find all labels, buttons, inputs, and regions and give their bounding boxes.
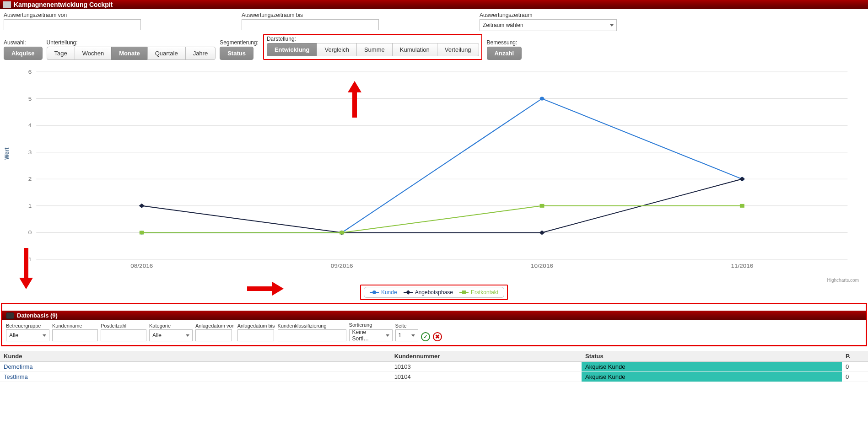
svg-rect-28 (140, 231, 144, 234)
table-header-row: Kunde Kundennummer Status P. (0, 351, 868, 362)
segmentierung-label: Segmentierung: (220, 39, 259, 46)
btn-summe[interactable]: Summe (356, 43, 393, 56)
legend-label: Kunde (381, 289, 397, 296)
legend-marker-icon (404, 290, 413, 295)
svg-text:10/2016: 10/2016 (531, 263, 553, 269)
lbl-anlagedatum-bis: Anlagedatum bis (237, 323, 275, 328)
btn-kumulation[interactable]: Kumulation (392, 43, 437, 56)
lbl-postleitzahl: Postleitzahl (101, 323, 146, 328)
legend-marker-icon (459, 290, 469, 295)
svg-text:11/2016: 11/2016 (731, 263, 753, 269)
header-icon (3, 1, 11, 8)
sel-betreuergruppe[interactable]: Alle (6, 329, 49, 341)
btn-vergleich[interactable]: Vergleich (317, 43, 356, 56)
comment-icon (6, 312, 14, 319)
bemessung-button[interactable]: Anzahl (487, 47, 522, 60)
darstellung-group: Darstellung: Entwicklung Vergleich Summe… (263, 34, 482, 60)
th-kunde[interactable]: Kunde (0, 351, 391, 362)
legend-label: Angebotsphase (415, 289, 453, 296)
bis-label: Auswertungszeitraum bis (242, 12, 379, 18)
filter-zeitraum: Auswertungszeitraum Zeitraum wählen (480, 12, 617, 31)
filter-von: Auswertungszeitraum von (4, 12, 141, 30)
svg-text:08/2016: 08/2016 (130, 263, 153, 269)
btn-tage[interactable]: Tage (47, 47, 75, 60)
data-table: Kunde Kundennummer Status P. Demofirma10… (0, 351, 868, 382)
cell-kunde[interactable]: Testfirma (0, 372, 391, 382)
lbl-sortierung: Sortierung (349, 322, 393, 328)
table-row[interactable]: Testfirma10104Akquise Kunde0 (0, 372, 868, 382)
svg-marker-38 (406, 290, 410, 295)
segmentierung-button[interactable]: Status (220, 47, 253, 60)
svg-rect-29 (340, 231, 344, 234)
lbl-betreuergruppe: Betreuergruppe (6, 323, 49, 328)
auswahl-label: Auswahl: (4, 39, 42, 46)
auswahl-button[interactable]: Akquise (4, 47, 43, 60)
svg-text:3: 3 (28, 150, 32, 155)
sel-seite[interactable]: 1 (395, 329, 418, 341)
svg-rect-31 (740, 204, 744, 208)
line-chart: -1012345608/201609/201610/201611/2016 (14, 67, 859, 278)
sel-sortierung[interactable]: Keine Sorti… (349, 329, 393, 341)
btn-verteilung[interactable]: Verteilung (437, 43, 479, 56)
cell-kunde[interactable]: Demofirma (0, 362, 391, 372)
page-title: Kampagnenentwicklung Cockpit (14, 1, 113, 8)
svg-marker-32 (348, 81, 361, 118)
cell-status: Akquise Kunde (582, 372, 842, 382)
inp-anlagedatum-bis[interactable] (237, 329, 274, 341)
apply-filter-button[interactable]: ✓ (421, 332, 430, 341)
annotation-arrow-right (247, 282, 284, 296)
cell-kundennummer: 10103 (391, 362, 582, 372)
zeitraum-select[interactable]: Zeitraum wählen (480, 19, 617, 31)
legend-wrap: KundeAngebotsphaseErstkontakt (0, 285, 868, 300)
svg-marker-26 (539, 230, 545, 235)
table-row[interactable]: Demofirma10103Akquise Kunde0 (0, 362, 868, 372)
svg-marker-24 (139, 204, 145, 208)
von-label: Auswertungszeitraum von (4, 12, 141, 18)
chevron-down-icon (186, 334, 189, 337)
svg-point-36 (372, 291, 376, 294)
legend-marker-icon (370, 290, 379, 295)
cell-p: 0 (842, 372, 868, 382)
btn-quartale[interactable]: Quartale (147, 47, 186, 60)
svg-text:6: 6 (28, 69, 32, 75)
legend-box: KundeAngebotsphaseErstkontakt (364, 287, 504, 298)
clear-filter-button[interactable]: ✖ (433, 332, 442, 341)
btn-jahre[interactable]: Jahre (185, 47, 216, 60)
lbl-kategorie: Kategorie (149, 323, 193, 328)
von-input[interactable] (4, 19, 141, 30)
legend-item[interactable]: Kunde (370, 289, 397, 296)
darstellung-label: Darstellung: (267, 36, 479, 42)
th-p[interactable]: P. (842, 351, 868, 362)
page-header: Kampagnenentwicklung Cockpit (0, 0, 868, 9)
annotation-arrow-up (348, 81, 361, 118)
btn-entwicklung[interactable]: Entwicklung (267, 43, 318, 56)
cell-status: Akquise Kunde (582, 362, 842, 372)
lbl-anlagedatum-von: Anlagedatum von (195, 323, 235, 328)
datenbasis-filters: Betreuergruppe Alle Kundenname Postleitz… (2, 320, 866, 345)
th-kundennummer[interactable]: Kundennummer (391, 351, 582, 362)
btn-monate[interactable]: Monate (111, 47, 148, 60)
svg-point-22 (540, 97, 545, 101)
bemessung-label: Bemessung: (487, 39, 522, 46)
inp-kundenklassifizierung[interactable] (278, 329, 346, 341)
inp-kundenname[interactable] (52, 329, 98, 341)
datenbasis-highlight: Datenbasis (9) Betreuergruppe Alle Kunde… (1, 303, 867, 346)
cell-kundennummer: 10104 (391, 372, 582, 382)
segmentierung-group: Segmentierung: Status (220, 39, 259, 60)
inp-anlagedatum-von[interactable] (195, 329, 232, 341)
legend-highlight: KundeAngebotsphaseErstkontakt (360, 285, 508, 300)
lbl-seite: Seite (395, 323, 418, 328)
th-status[interactable]: Status (582, 351, 842, 362)
legend-item[interactable]: Erstkontakt (459, 289, 498, 296)
legend-item[interactable]: Angebotsphase (404, 289, 453, 296)
toolbar: Auswahl: Akquise Unterteilung: Tage Woch… (0, 34, 868, 63)
date-filter-row: Auswertungszeitraum von Auswertungszeitr… (0, 9, 868, 34)
svg-text:09/2016: 09/2016 (331, 263, 353, 269)
sel-kategorie[interactable]: Alle (149, 329, 193, 341)
btn-wochen[interactable]: Wochen (75, 47, 112, 60)
bis-input[interactable] (242, 19, 379, 30)
svg-marker-34 (19, 248, 33, 289)
inp-postleitzahl[interactable] (101, 329, 146, 341)
svg-text:5: 5 (28, 96, 32, 102)
auswahl-group: Auswahl: Akquise (4, 39, 42, 60)
